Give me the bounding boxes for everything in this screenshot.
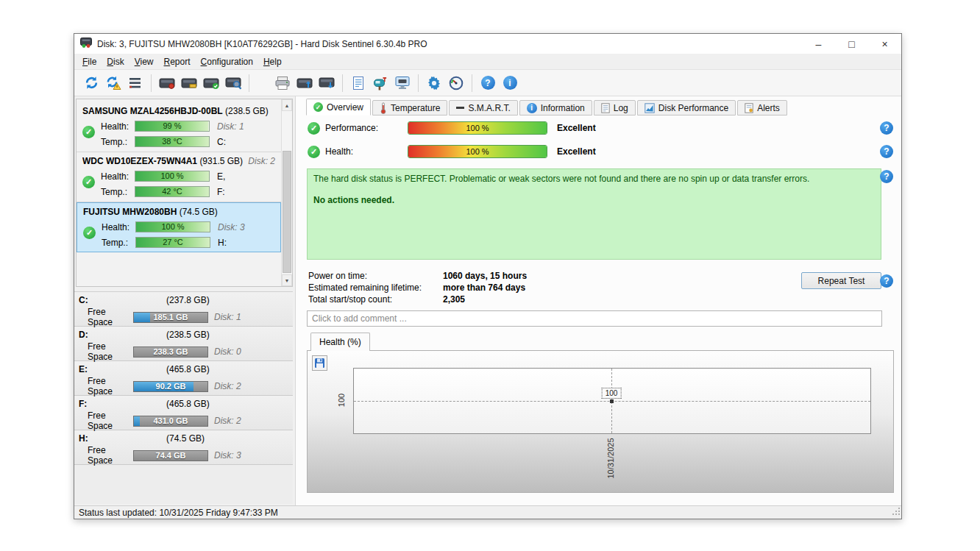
free-space-label: Free Space: [88, 410, 133, 431]
minimize-button[interactable]: –: [802, 34, 835, 54]
tab-temperature[interactable]: Temperature: [372, 100, 447, 115]
help-icon[interactable]: ?: [880, 274, 893, 288]
disk-size: (238.5 GB): [225, 106, 269, 116]
chart-plot-area: 100: [353, 368, 871, 434]
disk-name: SAMSUNG MZAL4256HBJD-00BL: [82, 106, 223, 116]
disk-name: WDC WD10EZEX-75WN4A1: [82, 156, 197, 166]
health-label: Health:: [325, 146, 408, 157]
partition-letter: F:: [79, 399, 87, 409]
menu-help[interactable]: Help: [258, 54, 287, 69]
menu-disk[interactable]: Disk: [102, 54, 129, 69]
partition-letter: E:: [79, 364, 88, 374]
comment-input[interactable]: [307, 310, 882, 327]
help-icon[interactable]: ?: [880, 170, 893, 183]
floppy-save-icon: [314, 358, 325, 369]
partition-item-h[interactable]: H:(74.5 GB) Free Space 74.4 GB Disk: 3: [74, 430, 293, 465]
save-chart-button[interactable]: [312, 355, 327, 371]
help-button[interactable]: ?: [477, 73, 499, 93]
tab-overview[interactable]: ✓ Overview: [306, 99, 371, 115]
log-page-icon: [601, 103, 610, 113]
scroll-up-button[interactable]: ▲: [282, 99, 292, 111]
help-icon[interactable]: ?: [880, 145, 893, 158]
partition-item-d[interactable]: D:(238.5 GB) Free Space 238.3 GB Disk: 0: [74, 327, 293, 361]
report-viewer-button[interactable]: [347, 73, 369, 93]
free-space-label: Free Space: [88, 307, 133, 327]
about-button[interactable]: i: [499, 73, 521, 93]
toolbar-separator: [342, 74, 343, 92]
free-space-label: Free Space: [88, 445, 133, 466]
tab-information[interactable]: i Information: [519, 100, 592, 115]
maximize-button[interactable]: □: [835, 34, 868, 54]
disk-control-acoustic-button[interactable]: [178, 73, 200, 93]
disk-control-red-button[interactable]: [156, 73, 178, 93]
health-label: Health:: [101, 171, 133, 182]
disk-number-label: Disk: 2: [248, 154, 275, 168]
tab-alerts[interactable]: Alerts: [737, 100, 787, 115]
free-space-bar: 74.4 GB: [133, 450, 208, 461]
temp-label: Temp.:: [102, 238, 134, 248]
health-chart-tab[interactable]: Health (%): [310, 333, 370, 351]
health-rating: Excellent: [557, 146, 596, 157]
tab-smart[interactable]: S.M.A.R.T.: [449, 100, 517, 115]
preferences-button[interactable]: [445, 73, 467, 93]
disk-size: (931.5 GB): [199, 156, 243, 166]
tab-label: Overview: [327, 102, 363, 113]
tab-disk-performance[interactable]: Disk Performance: [637, 100, 736, 115]
scroll-thumb[interactable]: [283, 151, 291, 273]
notebook-icon: [352, 76, 365, 90]
disk-report-save-button[interactable]: [316, 73, 338, 93]
disk-header: SAMSUNG MZAL4256HBJD-00BL (238.5 GB): [82, 104, 278, 118]
drive-letter-label: F:: [217, 187, 225, 197]
chart-y-tick: 100: [337, 394, 346, 407]
repeat-test-button[interactable]: Repeat Test: [801, 272, 881, 289]
disk-item-samsung[interactable]: SAMSUNG MZAL4256HBJD-00BL (238.5 GB) ✓ H…: [77, 102, 281, 152]
disk-surface-test-button[interactable]: [222, 73, 244, 93]
lifetime-info-block: Power on time:1060 days, 15 hours Estima…: [308, 270, 527, 305]
scroll-down-button[interactable]: ▼: [282, 274, 292, 286]
menu-view[interactable]: View: [129, 54, 159, 69]
monitor-disk-icon: [394, 76, 411, 90]
health-bar: 99 %: [135, 121, 210, 132]
menu-file[interactable]: File: [77, 54, 102, 69]
help-icon[interactable]: ?: [880, 121, 893, 135]
menu-report[interactable]: Report: [159, 54, 196, 69]
disk-size: (74.5 GB): [180, 207, 218, 217]
chart-data-point: [610, 399, 614, 403]
health-bar: 100 %: [408, 145, 547, 158]
disk-item-fujitsu-selected[interactable]: FUJITSU MHW2080BH (74.5 GB) ✓ Health: 10…: [77, 202, 281, 252]
partition-item-e[interactable]: E:(465.8 GB) Free Space 90.2 GB Disk: 2: [74, 361, 293, 396]
status-ok-icon: ✓: [308, 122, 320, 135]
send-report-mailbox-button[interactable]: [369, 73, 391, 93]
refresh-disks-button[interactable]: [80, 73, 102, 93]
health-row: ✓ Health: 100 % Excellent: [308, 143, 596, 160]
tab-log[interactable]: Log: [594, 100, 636, 115]
info-icon: i: [527, 103, 537, 113]
info-label: Total start/stop count:: [308, 294, 443, 305]
resize-grip[interactable]: [892, 507, 901, 518]
disk-list-scrollbar[interactable]: ▲ ▼: [281, 99, 292, 286]
refresh-alert-button[interactable]: [102, 73, 124, 93]
toolbar-separator: [151, 74, 152, 92]
menu-configuration[interactable]: Configuration: [196, 54, 258, 69]
partition-size: (74.5 GB): [166, 430, 205, 447]
tab-label: Log: [614, 103, 628, 113]
print-report-button[interactable]: [271, 73, 294, 93]
tab-label: Alerts: [757, 103, 780, 113]
health-ok-icon: ✓: [82, 176, 95, 188]
partition-item-c[interactable]: C:(237.8 GB) Free Space 185.1 GB Disk: 1: [74, 292, 293, 327]
performance-chart-icon: [645, 103, 655, 113]
disk-check-icon: [203, 77, 219, 90]
disk-item-wdc[interactable]: WDC WD10EZEX-75WN4A1 (931.5 GB) Disk: 2 …: [77, 152, 281, 202]
temp-label: Temp.:: [101, 187, 133, 197]
quick-overview-button[interactable]: [124, 73, 146, 93]
remote-monitor-button[interactable]: [391, 73, 413, 93]
disk-tested-ok-button[interactable]: [200, 73, 222, 93]
tab-label: S.M.A.R.T.: [468, 103, 510, 113]
close-button[interactable]: ×: [868, 34, 901, 54]
status-message-box: The hard disk status is PERFECT. Problem…: [307, 168, 881, 260]
partition-letter: D:: [79, 330, 88, 340]
disk-report-export-button[interactable]: [294, 73, 316, 93]
menubar: File Disk View Report Configuration Help: [74, 54, 901, 70]
settings-button[interactable]: [423, 73, 445, 93]
partition-item-f[interactable]: F:(465.8 GB) Free Space 431.0 GB Disk: 2: [74, 396, 293, 430]
